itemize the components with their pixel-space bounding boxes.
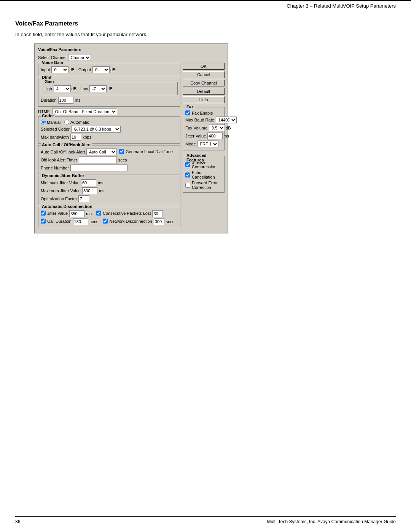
fax-volume-label: Fax Volume xyxy=(185,126,207,130)
max-bandwidth-input[interactable] xyxy=(70,134,81,141)
echo-label[interactable]: Echo Cancellation xyxy=(185,170,222,179)
ms-label4: ms xyxy=(86,211,92,216)
ms-label5: ms xyxy=(223,134,229,138)
duration-label: Duration xyxy=(41,98,57,102)
mode-row: Mode FRF 11 xyxy=(185,141,222,147)
jitter-title: Dynamic Jitter Buffer xyxy=(41,173,85,178)
optim-label: Optimization Factor xyxy=(41,197,77,201)
gain-row: High 4 dB Low -7 xyxy=(43,85,175,92)
consec-check-label[interactable]: Consecutive Packets Lost xyxy=(96,211,151,216)
jitter-fax-row: Jitter Value ms xyxy=(185,133,222,139)
auto-disc-title: Automatic Disconnection xyxy=(41,204,94,209)
jitter-value-check-label[interactable]: Jitter Value xyxy=(41,211,68,216)
db-label5: dB xyxy=(226,126,231,130)
consec-label: Consecutive Packets Lost xyxy=(103,211,151,216)
dialog-right: OK Cancel Copy Channel Default Help Fax … xyxy=(183,63,225,230)
automatic-radio-label[interactable]: Automatic xyxy=(64,120,89,125)
manual-radio[interactable] xyxy=(41,120,46,125)
fax-enable-label[interactable]: Fax Enable xyxy=(185,110,222,115)
phone-number-input[interactable] xyxy=(70,165,127,171)
ok-button[interactable]: OK xyxy=(183,63,225,70)
fax-enable-checkbox[interactable] xyxy=(185,110,190,115)
max-jitter-input[interactable] xyxy=(82,187,97,194)
output-dropdown[interactable]: 0 xyxy=(92,66,110,73)
page-number: 36 xyxy=(15,519,20,524)
generate-dial-text: Generate Local Dial Tone xyxy=(126,149,173,154)
dmtf-select-row: DTMF: Out Of Band - Fixed Duration xyxy=(38,108,180,115)
max-baud-dropdown[interactable]: 14400 xyxy=(216,117,237,123)
input-dropdown[interactable]: 0 xyxy=(51,66,68,73)
network-disc-checkbox[interactable] xyxy=(103,219,108,224)
kbps-label: kbps xyxy=(83,135,91,139)
call-duration-input[interactable] xyxy=(73,218,88,225)
echo-text: Echo Cancellation xyxy=(192,170,222,179)
fax-title: Fax xyxy=(185,104,195,109)
dtmf-select[interactable]: Out Of Band - Fixed Duration xyxy=(53,108,117,115)
fec-label[interactable]: Forward Error Correction xyxy=(185,181,222,190)
offhook-timer-label: OffHook Alert Timer xyxy=(41,158,77,162)
page-footer: 36 Multi-Tech Systems, Inc. Avaya Commun… xyxy=(15,516,396,524)
cancel-button[interactable]: Cancel xyxy=(183,71,225,78)
low-label: Low xyxy=(80,86,88,91)
voice-gain-group: Voice Gain Input 0 dB Output 0 xyxy=(38,63,180,76)
auto-call-dropdown[interactable]: Auto Call xyxy=(86,149,117,155)
optim-input[interactable] xyxy=(78,195,89,202)
help-button[interactable]: Help xyxy=(183,96,225,103)
db-label2: dB xyxy=(110,67,115,72)
min-jitter-label: Minimum Jitter Value xyxy=(41,181,80,185)
consec-checkbox[interactable] xyxy=(96,211,101,216)
fax-volume-dropdown[interactable]: 9.5 xyxy=(209,125,225,131)
consec-input[interactable] xyxy=(152,210,163,217)
duration-row: Duration ms xyxy=(41,97,178,104)
adv-features-title: Advanced Features xyxy=(185,153,224,162)
low-dropdown[interactable]: -7 xyxy=(89,85,107,92)
default-button[interactable]: Default xyxy=(183,88,225,95)
auto-call-title: Auto Call / OffHook Alert xyxy=(41,142,92,147)
offhook-timer-input[interactable] xyxy=(79,157,117,163)
high-label: High xyxy=(43,86,52,91)
select-channel-dropdown[interactable]: Channel 1 xyxy=(68,54,91,61)
dialog-inner: Voice Gain Input 0 dB Output 0 xyxy=(38,63,225,230)
fec-checkbox[interactable] xyxy=(185,183,190,188)
call-duration-check-label[interactable]: Call Duration xyxy=(41,219,72,224)
min-jitter-input[interactable] xyxy=(81,179,96,186)
high-dropdown[interactable]: 4 xyxy=(54,85,71,92)
db-label4: dB xyxy=(107,86,112,91)
dialog-box: Voice/Fax Parameters Select Channel Chan… xyxy=(34,43,228,233)
dialog-left: Voice Gain Input 0 dB Output 0 xyxy=(38,63,180,230)
max-baud-label: Max Baud Rate xyxy=(185,118,214,122)
section-title: Voice/Fax Parameters xyxy=(15,20,396,27)
phone-number-row: Phone Number xyxy=(41,165,178,171)
call-duration-checkbox[interactable] xyxy=(41,219,46,224)
voice-gain-title: Voice Gain xyxy=(41,60,64,65)
echo-checkbox[interactable] xyxy=(185,173,190,177)
max-bandwidth-row: Max bandwidth kbps xyxy=(41,134,178,141)
manual-radio-label[interactable]: Manual xyxy=(41,120,61,125)
auto-disc-group: Automatic Disconnection Jitter Value ms xyxy=(38,207,180,228)
ms-label: ms xyxy=(75,98,81,102)
generate-dial-label[interactable]: Generate Local Dial Tone xyxy=(119,149,173,154)
select-channel-label: Select Channel xyxy=(38,55,67,60)
voice-gain-content: Input 0 dB Output 0 dB xyxy=(41,66,178,73)
db-label3: dB xyxy=(72,86,76,91)
gain-title: Gain xyxy=(43,79,55,84)
max-jitter-row: Maximum Jitter Value ms xyxy=(41,187,178,194)
page-container: Chapter 3 – Related MultiVOIP Setup Para… xyxy=(0,0,411,532)
jitter-value-input[interactable] xyxy=(69,210,84,217)
fax-volume-row: Fax Volume 9.5 dB xyxy=(185,125,222,131)
mode-dropdown[interactable]: FRF 11 xyxy=(198,141,218,147)
ms-label3: ms xyxy=(99,189,105,193)
generate-dial-checkbox[interactable] xyxy=(119,149,124,154)
jitter-value-checkbox[interactable] xyxy=(41,211,46,216)
selected-coder-dropdown[interactable]: G.723.1 @ 6.3 kbps xyxy=(71,126,121,133)
network-disc-input[interactable] xyxy=(154,218,164,225)
network-disc-label: Network Disconnection xyxy=(109,219,152,224)
adv-features-section: Advanced Features Silence Compression Ec… xyxy=(183,156,225,193)
network-disc-check-label[interactable]: Network Disconnection xyxy=(103,219,152,224)
copy-channel-button[interactable]: Copy Channel xyxy=(183,80,225,86)
jitter-fax-input[interactable] xyxy=(207,133,223,139)
duration-input[interactable] xyxy=(58,97,73,104)
automatic-radio[interactable] xyxy=(64,120,69,125)
silence-checkbox[interactable] xyxy=(185,162,190,167)
call-duration-label: Call Duration xyxy=(47,219,72,224)
